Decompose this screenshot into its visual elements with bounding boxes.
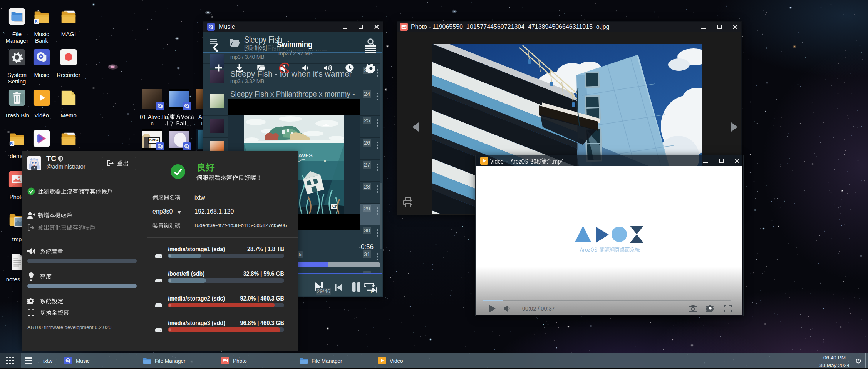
svg-text:1: 1 (370, 289, 372, 294)
svg-text:Ch: Ch (332, 204, 337, 209)
